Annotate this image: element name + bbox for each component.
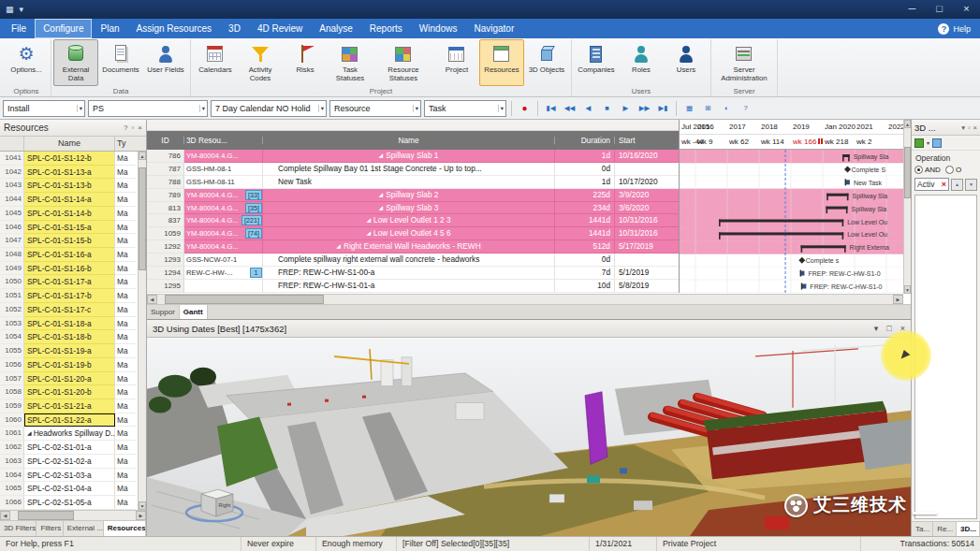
7-day-calendar-no-holid-dropdown[interactable]: 7 Day Calendar NO Holid▾ [211,100,327,117]
scrollbar-track[interactable] [139,160,146,501]
chevron-down-icon[interactable]: ▾ [927,139,929,146]
gantt-task-row[interactable]: 1293GSS-NCW-07-1Complete spillway right … [147,254,679,267]
record-button[interactable]: ● [517,100,533,117]
resource-row[interactable]: 1057SPL-C-01-S1-20-aMa [0,372,146,386]
scrollbar-track[interactable] [10,511,136,520]
tab-resources[interactable]: Resources [104,521,146,536]
resource-row[interactable]: 1042SPL-C-01-S1-13-aMa [0,166,146,180]
pin-icon[interactable]: ▫ [968,123,971,132]
gantt-task-row[interactable]: 787GSS-HM-08-1Complete Spillway Bay 01 1… [147,163,679,176]
expand-icon[interactable]: ◢ [27,427,32,441]
resource-row[interactable]: 1043SPL-C-01-S1-13-bMa [0,179,146,193]
3d-viewport[interactable]: Right [147,338,911,536]
gantt-task-row[interactable]: 788GSS-HM-08-11New Task1d10/17/2020 [147,176,679,189]
chevron-down-icon[interactable]: ▾ [874,324,879,333]
menu-tab-navigator[interactable]: Navigator [465,19,522,38]
resource-row[interactable]: 1045SPL-C-01-S1-14-bMa [0,207,146,221]
gantt-task-row[interactable]: 1295FREP: REW-C-HW-S1-01-a10d5/8/2019 [147,280,679,293]
resource-row[interactable]: 1060SPL-C-01-S1-22-aMa [0,413,146,428]
roles-button[interactable]: Roles [619,39,664,86]
activity-filter-input[interactable]: Activ × [914,178,949,191]
stop-button[interactable]: ■ [599,100,615,117]
scroll-left-icon[interactable]: ◀ [0,511,10,520]
gantt-vscrollbar[interactable]: ▲ ▼ [903,120,911,294]
timeline-view-button[interactable]: ▦ [681,100,697,117]
tab-3d[interactable]: 3D... [957,522,980,536]
resource-row[interactable]: 1050SPL-C-01-S1-17-aMa [0,275,146,289]
fast-forward-button[interactable]: ▶▶ [636,100,652,117]
resource-row[interactable]: 1051SPL-C-01-S1-17-bMa [0,289,146,303]
external-data-button[interactable]: External Data [53,39,98,86]
gantt-task-row[interactable]: 813YM-80004.4.G...[35]◢Spillway Slab 323… [147,202,679,215]
resource-dropdown[interactable]: Resource▾ [329,100,421,117]
risks-button[interactable]: Risks [283,39,328,86]
close-icon[interactable]: × [900,324,905,333]
gantt-chart[interactable]: Spillway SlaComplete SNew TaskSpillway S… [679,150,903,293]
quick-access-chevron-icon[interactable]: ▾ [20,5,24,14]
column-header-3d-resource[interactable]: 3D Resou... [184,137,263,145]
resources-vscrollbar[interactable]: ▲ ▼ [138,152,146,510]
column-header-start[interactable]: Start [615,137,679,145]
resources-button[interactable]: Resources [479,39,524,86]
menu-tab-assign-resources[interactable]: Assign Resources [128,19,221,38]
clear-filter-icon[interactable]: × [942,179,946,190]
scroll-down-icon[interactable]: ▼ [904,285,911,294]
menu-tab-plan[interactable]: Plan [92,19,127,38]
activity-codes-button[interactable]: Activity Codes [238,39,283,86]
expand-icon[interactable]: ◢ [379,150,384,163]
time-options-button[interactable]: ◐ [719,100,735,117]
resources-list[interactable]: 1041SPL-C-01-S1-12-bMa1042SPL-C-01-S1-13… [0,152,146,510]
move-down-button[interactable]: ▼ [965,179,977,191]
scroll-up-icon[interactable]: ▲ [139,152,146,160]
minimize-button[interactable]: ─ [899,0,926,19]
server-administration-button[interactable]: Server Administration [713,39,775,86]
pin-icon[interactable]: ▫ [131,123,134,132]
column-header-type[interactable]: Ty [115,137,146,151]
calendars-button[interactable]: Calendars [193,39,238,86]
scrollbar-thumb[interactable] [18,511,74,520]
menu-tab-reports[interactable]: Reports [361,19,411,38]
scroll-up-icon[interactable]: ▲ [904,120,911,128]
task-statuses-button[interactable]: Task Statuses [328,39,373,86]
gantt-task-row[interactable]: 837YM-80004.4.G...[221]◢Low Level Outlet… [147,214,679,227]
fast-backward-button[interactable]: ◀◀ [562,100,578,117]
users-button[interactable]: Users [664,39,709,86]
resource-row[interactable]: 1049SPL-C-01-S1-16-bMa [0,262,146,276]
3d-objects-button[interactable]: 3D Objects [524,39,569,86]
expand-icon[interactable]: ◢ [336,240,341,254]
maximize-button[interactable]: □ [926,0,953,19]
menu-tab-windows[interactable]: Windows [411,19,466,38]
column-header-id[interactable]: ID [147,137,184,145]
scrollbar-thumb[interactable] [165,295,324,304]
gantt-hscrollbar[interactable]: ◀ ▶ [147,294,903,304]
3d-cube-icon[interactable] [914,138,924,148]
resource-row[interactable]: 1061◢Headworks Spillway D...Ma [0,427,146,441]
help-icon[interactable]: ? [124,123,127,132]
chevron-down-icon[interactable]: ▾ [961,123,965,132]
maximize-icon[interactable]: □ [886,324,891,333]
step-forward-button[interactable]: ▶ [618,100,634,117]
resource-row[interactable]: 1053SPL-C-01-S1-18-aMa [0,317,146,331]
documents-button[interactable]: Documents [98,39,143,86]
gantt-task-row[interactable]: 1059YM-80004.4.G...[74]◢Low Level Outlet… [147,227,679,240]
expand-icon[interactable]: ◢ [379,189,384,202]
and-radio[interactable] [914,166,923,174]
resource-row[interactable]: 1056SPL-C-01-S1-19-bMa [0,358,146,372]
resource-row[interactable]: 1058SPL-C-01-S1-20-bMa [0,385,146,399]
gantt-task-table[interactable]: 786YM-80004.4.G...◢Spillway Slab 11d10/1… [147,150,679,293]
tab-re[interactable]: Re... [933,522,957,536]
resource-row[interactable]: 1055SPL-C-01-S1-19-aMa [0,344,146,358]
resource-row[interactable]: 1066SPL-C-02-S1-05-aMa [0,496,146,510]
resource-row[interactable]: 1041SPL-C-01-S1-12-bMa [0,152,146,166]
ps-dropdown[interactable]: PS▾ [88,100,208,117]
resource-row[interactable]: 1063SPL-C-02-S1-02-aMa [0,455,146,469]
help-button[interactable]: ? Help [938,19,980,38]
resource-row[interactable]: 1044SPL-C-01-S1-14-aMa [0,193,146,207]
resource-row[interactable]: 1052SPL-C-01-S1-17-cMa [0,303,146,317]
close-icon[interactable]: × [138,123,142,132]
tab-3d-filters[interactable]: 3D Filters [0,521,37,536]
info-button[interactable]: ? [738,100,753,117]
menu-tab-file[interactable]: File [3,19,35,38]
resource-row[interactable]: 1059SPL-C-01-S1-21-aMa [0,399,146,413]
gantt-task-row[interactable]: 1292YM-80004.4.G...◢Right External Wall … [147,240,679,254]
